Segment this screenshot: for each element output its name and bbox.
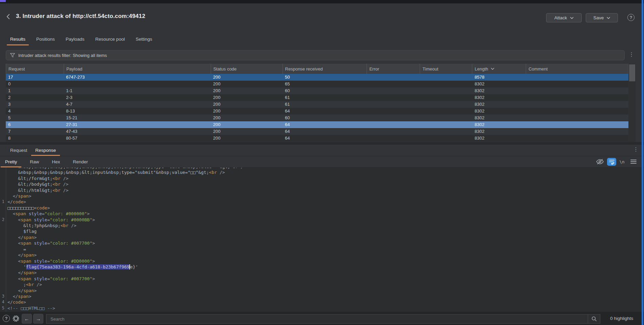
- column-header-length[interactable]: Length: [472, 64, 526, 74]
- code-segment: <br: [53, 188, 60, 193]
- code-segment: [26, 211, 29, 216]
- selected-flag-text: flag{75eaa383-196a-4cfd-a618-b23b67f969: [26, 264, 129, 269]
- code-segment: span: [21, 276, 31, 281]
- filter-label: Intruder attack results filter: Showing …: [18, 53, 107, 58]
- save-button[interactable]: Save: [586, 13, 618, 22]
- top-strip: [0, 0, 644, 3]
- cell-timeout: [420, 101, 472, 108]
- cell-timeout: [420, 115, 472, 121]
- tab-results[interactable]: Results: [7, 35, 29, 46]
- cell-comment: [526, 108, 628, 115]
- filter-menu-icon[interactable]: ⋮: [629, 52, 634, 57]
- newline-chars-icon[interactable]: \n: [618, 159, 626, 165]
- cell-response-received: 60: [283, 87, 367, 94]
- table-row[interactable]: 880-57200648302: [6, 135, 628, 142]
- column-label: Length: [475, 66, 488, 72]
- prev-match-button[interactable]: ←: [22, 314, 32, 324]
- cell-error: [367, 74, 420, 81]
- code-segment: />: [61, 188, 68, 193]
- code-segment: "color: #007700": [50, 276, 92, 281]
- code-segment: <br: [230, 168, 238, 169]
- code-segment: <br: [26, 282, 34, 287]
- save-button-label: Save: [594, 15, 604, 20]
- column-header-status-code[interactable]: Status code: [211, 64, 283, 74]
- cell-error: [367, 128, 420, 135]
- code-segment: </: [18, 270, 23, 275]
- code-segment: style: [34, 259, 47, 264]
- search-input[interactable]: [46, 314, 600, 324]
- code-segment: >: [92, 259, 95, 264]
- code-segment: style: [34, 241, 47, 246]
- code-segment: </: [7, 300, 13, 305]
- code-segment: >: [34, 252, 37, 258]
- code-segment: <br: [61, 223, 68, 228]
- cell-payload: [64, 81, 211, 87]
- cell-request: 17: [6, 74, 64, 81]
- cell-response-received: 50: [283, 74, 367, 81]
- column-header-error[interactable]: Error: [367, 64, 420, 74]
- column-header-response-received[interactable]: Response received: [283, 64, 367, 74]
- code-line: □□□□□□□□□□<code>: [0, 205, 642, 211]
- tab-request[interactable]: Request: [6, 145, 31, 156]
- table-row[interactable]: 11-1200608302: [6, 87, 628, 94]
- gear-icon[interactable]: [12, 314, 20, 323]
- cell-comment: [526, 115, 628, 121]
- table-row[interactable]: 627-31200648302: [6, 121, 628, 128]
- table-row[interactable]: 176747-273200508578: [6, 74, 628, 81]
- results-scrollbar[interactable]: [628, 64, 636, 142]
- column-header-request[interactable]: Request: [6, 64, 64, 74]
- cell-length: 8302: [472, 101, 526, 108]
- next-match-button[interactable]: →: [33, 314, 43, 324]
- scrollbar-thumb[interactable]: [629, 64, 635, 81]
- cell-error: [367, 115, 420, 121]
- results-filter-bar[interactable]: Intruder attack results filter: Showing …: [6, 50, 625, 60]
- code-segment: >: [29, 194, 32, 199]
- tab-resource-pool[interactable]: Resource pool: [92, 35, 128, 46]
- tab-positions[interactable]: Positions: [33, 35, 58, 46]
- tab-payloads[interactable]: Payloads: [62, 35, 88, 46]
- cell-timeout: [420, 74, 472, 81]
- code-segment: code: [13, 300, 23, 305]
- table-row[interactable]: 515-21200608302: [6, 115, 628, 121]
- column-header-timeout[interactable]: Timeout: [420, 64, 472, 74]
- code-segment: </: [18, 288, 23, 293]
- attack-button[interactable]: Attack: [546, 13, 582, 22]
- line-number: 5: [0, 305, 4, 311]
- word-wrap-icon[interactable]: [607, 158, 616, 166]
- page-title: 3. Intruder attack of http://ctf.54cto.c…: [16, 13, 145, 20]
- window-fragment: [0, 0, 6, 2]
- tab-settings[interactable]: Settings: [132, 35, 155, 46]
- code-line: &lt;/body&gt;<br />: [0, 181, 642, 187]
- cell-error: [367, 135, 420, 142]
- view-tab-pretty[interactable]: Pretty: [1, 156, 21, 167]
- cell-payload: 47-43: [64, 128, 211, 135]
- view-tab-raw[interactable]: Raw: [25, 156, 43, 167]
- help-icon[interactable]: ?: [627, 14, 635, 21]
- tab-response[interactable]: Response: [31, 145, 60, 156]
- highlight-count: 0 highlights: [610, 312, 633, 325]
- table-row[interactable]: 34-7200618302: [6, 101, 628, 108]
- response-menu-icon[interactable]: ⋮: [633, 147, 639, 152]
- cell-response-received: 64: [283, 121, 367, 128]
- line-number: 2: [0, 217, 4, 223]
- code-segment: >: [92, 276, 95, 281]
- eye-off-icon[interactable]: [596, 158, 604, 165]
- code-segment: &nbsp;&nbsp;&nbsp;&nbsp;&lt;input&nbsp;t…: [18, 170, 209, 175]
- table-row[interactable]: 48-13200648302: [6, 108, 628, 115]
- column-header-payload[interactable]: Payload: [64, 64, 211, 74]
- view-tab-render[interactable]: Render: [68, 156, 92, 167]
- back-icon[interactable]: [5, 13, 12, 20]
- view-tab-hex[interactable]: Hex: [47, 156, 64, 167]
- help-icon[interactable]: ?: [3, 315, 10, 322]
- cell-length: 8302: [472, 94, 526, 101]
- search-submit[interactable]: [588, 314, 600, 324]
- column-header-comment[interactable]: Comment: [526, 64, 628, 74]
- code-segment: >: [34, 235, 37, 240]
- menu-icon[interactable]: [630, 159, 637, 165]
- table-row[interactable]: 0200658302: [6, 81, 628, 87]
- table-row[interactable]: 22-3200618302: [6, 94, 628, 101]
- table-row[interactable]: 747-43200648302: [6, 128, 628, 135]
- cell-comment: [526, 87, 628, 94]
- response-code-view[interactable]: &nbsp;&nbsp;&nbsp;&nbsp;&nbsp;&nbsp;&lt;…: [0, 168, 642, 312]
- chevron-down-icon: [570, 17, 574, 19]
